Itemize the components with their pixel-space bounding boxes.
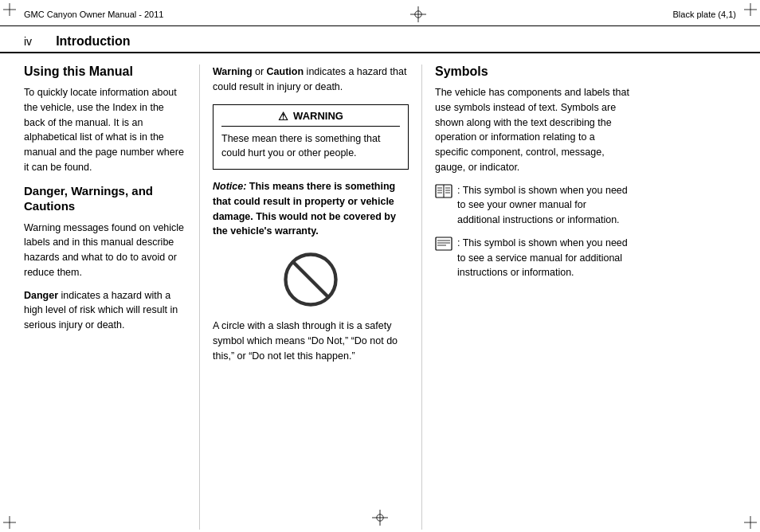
header-center <box>410 6 426 22</box>
header-left: GMC Canyon Owner Manual - 2011 <box>24 10 163 19</box>
page-wrapper: GMC Canyon Owner Manual - 2011 Black pla… <box>0 0 760 532</box>
content-grid: Using this Manual To quickly locate info… <box>0 53 760 530</box>
column-3: Symbols The vehicle has components and l… <box>422 65 629 530</box>
footer-crosshair <box>372 510 388 526</box>
corner-crosshair-tl <box>3 3 16 16</box>
symbol-item-2: : This symbol is shown when you need to … <box>435 236 629 280</box>
symbol-1-text: : This symbol is shown when you need to … <box>457 183 629 228</box>
warning-box: ⚠ WARNING These mean there is something … <box>213 104 409 170</box>
header-crosshair <box>410 6 426 22</box>
danger-label: Danger <box>24 290 58 301</box>
col1-warning-paragraph: Warning messages found on vehicle labels… <box>24 221 185 280</box>
col2-intro-text: Warning or Caution indicates a hazard th… <box>213 65 409 95</box>
notice-text: Notice: This means there is something th… <box>213 179 409 239</box>
col1-danger-heading: Danger, Warnings, and Cautions <box>24 183 185 214</box>
symbol-2-text: : This symbol is shown when you need to … <box>457 236 629 280</box>
service-manual-svg <box>435 237 452 251</box>
col1-danger-paragraph: Danger indicates a hazard with a high le… <box>24 288 185 333</box>
header-right: Black plate (4,1) <box>673 10 736 19</box>
owner-manual-svg <box>435 184 452 198</box>
service-manual-icon <box>435 237 452 255</box>
col3-heading: Symbols <box>435 65 629 79</box>
col3-intro-paragraph: The vehicle has components and labels th… <box>435 85 629 175</box>
corner-crosshair-tr <box>744 3 757 16</box>
warning-word: Warning <box>213 66 253 77</box>
col1-intro-paragraph: To quickly locate information about the … <box>24 85 185 175</box>
no-symbol-icon <box>283 252 339 307</box>
column-1: Using this Manual To quickly locate info… <box>24 65 199 530</box>
warning-box-label: WARNING <box>293 110 343 122</box>
owner-manual-icon <box>435 184 452 202</box>
page-footer <box>0 510 760 526</box>
warning-box-header: ⚠ WARNING <box>221 110 400 127</box>
warning-box-body: These mean there is something that could… <box>221 131 400 162</box>
svg-line-12 <box>292 261 329 298</box>
section-title: Introduction <box>56 34 130 49</box>
page-header: GMC Canyon Owner Manual - 2011 Black pla… <box>0 0 760 26</box>
col1-heading: Using this Manual <box>24 65 185 79</box>
symbol-item-1: : This symbol is shown when you need to … <box>435 183 629 228</box>
svg-rect-21 <box>436 237 452 250</box>
notice-label: Notice: <box>213 181 246 192</box>
caution-word: Caution <box>267 66 304 77</box>
column-2: Warning or Caution indicates a hazard th… <box>199 65 422 530</box>
warning-triangle-icon: ⚠ <box>278 110 288 123</box>
symbol-caption: A circle with a slash through it is a sa… <box>213 319 409 363</box>
section-heading: iv Introduction <box>0 26 760 53</box>
no-symbol-container <box>213 252 409 307</box>
section-roman: iv <box>24 35 32 48</box>
